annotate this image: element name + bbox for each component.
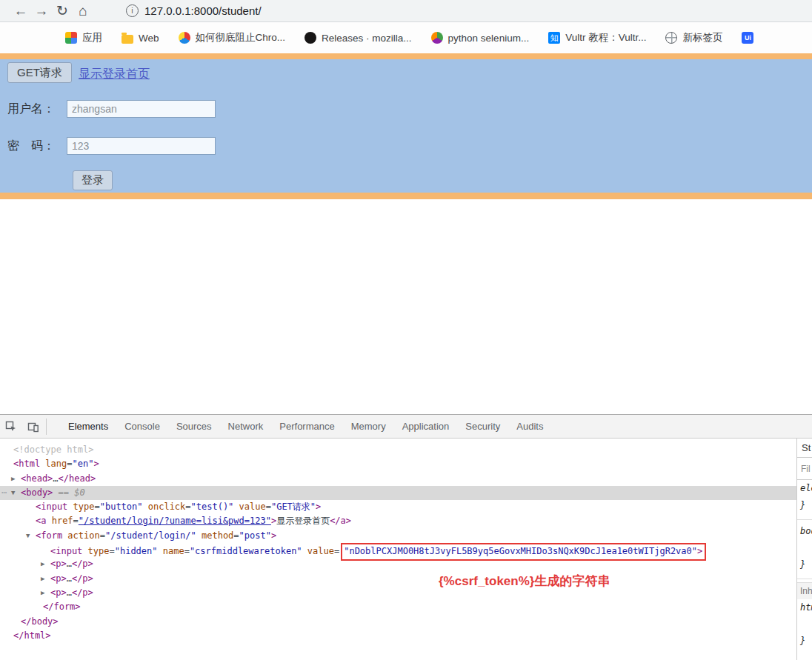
devtools-tab-network[interactable]: Network — [220, 415, 272, 438]
code-token: <p> — [50, 559, 67, 569]
dom-tree-row[interactable]: <!doctype html> — [0, 443, 796, 457]
twisty-down-icon[interactable]: ▼ — [26, 529, 30, 543]
twisty-right-icon[interactable]: ▶ — [41, 557, 44, 571]
code-token: > — [271, 530, 276, 541]
twisty-right-icon[interactable]: ▶ — [41, 572, 44, 586]
code-token: <p> — [50, 573, 67, 584]
get-request-button[interactable]: GET请求 — [7, 62, 72, 83]
reload-icon[interactable]: ↻ — [52, 2, 73, 19]
twisty-down-icon[interactable]: ▼ — [11, 486, 15, 500]
code-token: action — [62, 530, 100, 541]
dom-tree: <!doctype html><html lang="en">▶<head>…<… — [0, 439, 796, 660]
dom-tree-row[interactable]: <input type="hidden" name="csrfmiddlewar… — [0, 543, 796, 557]
styles-sidebar-row: } — [797, 633, 812, 650]
code-token: onclick — [143, 501, 186, 512]
toolbar-separator — [46, 419, 47, 435]
devtools-tab-memory[interactable]: Memory — [343, 415, 394, 438]
devtools-tab-console[interactable]: Console — [116, 415, 168, 438]
bookmark-item[interactable]: 知Vultr 教程：Vultr... — [548, 31, 646, 44]
password-input[interactable] — [67, 137, 216, 155]
ui-icon: Ui — [742, 32, 753, 44]
code-token: "en" — [72, 459, 93, 469]
dom-tree-row[interactable]: </body> — [0, 615, 796, 629]
code-token: name — [158, 546, 184, 556]
colorful2-icon — [431, 32, 443, 44]
devtools-tab-application[interactable]: Application — [394, 415, 458, 438]
page-bottom-border — [0, 193, 812, 199]
dom-tree-row[interactable]: …▼<body> == $0 — [0, 486, 796, 500]
home-icon[interactable]: ⌂ — [73, 3, 93, 19]
folder-icon — [122, 35, 133, 44]
devtools-tab-security[interactable]: Security — [457, 415, 508, 438]
code-token: … — [53, 473, 58, 484]
login-button[interactable]: 登录 — [73, 170, 113, 190]
code-token: </form> — [43, 601, 81, 612]
devtools-tab-elements[interactable]: Elements — [60, 415, 116, 438]
dom-tree-row[interactable]: ▶<head>…</head> — [0, 472, 796, 486]
browser-toolbar: ← → ↻ ⌂ i 127.0.0.1:8000/student/ — [0, 0, 812, 22]
code-token: "test()" — [191, 501, 234, 512]
twisty-right-icon[interactable]: ▶ — [11, 472, 15, 486]
username-label: 用户名： — [7, 101, 55, 117]
site-info-icon[interactable]: i — [126, 4, 139, 17]
bookmark-label: Web — [139, 33, 159, 44]
forward-icon[interactable]: → — [31, 3, 52, 19]
code-token: <body> — [21, 487, 53, 498]
code-token: <p> — [50, 587, 67, 598]
bookmark-label: Releases · mozilla... — [322, 33, 412, 44]
bookmark-label: 应用 — [82, 31, 102, 44]
dom-tree-row[interactable]: ▼<form action="/student/login/" method="… — [0, 529, 796, 543]
dom-tree-row[interactable]: ▶<p>…</p> — [0, 586, 796, 600]
username-input[interactable] — [67, 100, 216, 118]
address-bar[interactable]: 127.0.0.1:8000/student/ — [144, 4, 262, 17]
bookmark-label: 如何彻底阻止Chro... — [196, 31, 286, 44]
dom-tree-row[interactable]: <input type="button" onclick="test()" va… — [0, 500, 796, 514]
styles-sidebar-row: bod — [797, 523, 812, 540]
code-token: type — [82, 546, 109, 556]
code-token: = — [184, 546, 190, 556]
bookmark-item[interactable]: Ui — [742, 32, 759, 44]
bookmark-label: Vultr 教程：Vultr... — [565, 31, 646, 44]
bookmark-item[interactable]: 应用 — [65, 31, 102, 44]
twisty-right-icon[interactable]: ▶ — [41, 586, 44, 600]
devtools-tab-audits[interactable]: Audits — [508, 415, 551, 438]
code-token: = — [334, 546, 339, 556]
code-token: <html — [13, 459, 40, 469]
dom-tree-row[interactable]: </form> — [0, 600, 796, 614]
code-token: lang — [40, 459, 67, 469]
elements-panel: <!doctype html><html lang="en">▶<head>…<… — [0, 439, 812, 660]
bookmark-item[interactable]: Web — [122, 33, 159, 44]
dom-tree-row[interactable]: ▶<p>…</p> — [0, 572, 796, 586]
dom-tree-row[interactable]: <html lang="en"> — [0, 457, 796, 471]
code-token: <head> — [21, 473, 53, 484]
device-toolbar-icon[interactable] — [22, 417, 44, 436]
overflow-dots-icon[interactable]: … — [1, 484, 7, 498]
inspect-cursor-glyph — [5, 421, 17, 433]
code-token: <!doctype html> — [13, 444, 93, 455]
bookmark-item[interactable]: 如何彻底阻止Chro... — [179, 31, 286, 44]
bookmark-item[interactable]: 新标签页 — [665, 31, 722, 44]
bookmarks-bar: 应用Web如何彻底阻止Chro...Releases · mozilla...p… — [0, 22, 812, 53]
back-icon[interactable]: ← — [10, 3, 31, 19]
github-icon — [304, 32, 316, 44]
code-token: "post" — [239, 530, 271, 541]
code-token: "csrfmiddlewaretoken" — [190, 546, 302, 556]
zhihu-icon: 知 — [548, 32, 560, 44]
dom-tree-row[interactable]: ▶<p>…</p> — [0, 557, 796, 571]
code-token: <form — [36, 530, 62, 541]
styles-sidebar-row — [797, 514, 812, 520]
bookmark-item[interactable]: python selenium... — [431, 32, 530, 44]
code-token: value — [233, 501, 265, 512]
styles-sidebar-row: Inh — [797, 582, 812, 599]
inspect-element-icon[interactable] — [0, 417, 22, 436]
bookmark-item[interactable]: Releases · mozilla... — [304, 32, 412, 44]
devtools-tab-sources[interactable]: Sources — [168, 415, 220, 438]
devtools-tab-performance[interactable]: Performance — [271, 415, 342, 438]
code-token: "button" — [100, 501, 143, 512]
code-token: </p> — [72, 559, 93, 569]
show-login-page-link[interactable]: 显示登录首页 — [79, 67, 150, 82]
code-token: "hidden" — [115, 546, 158, 556]
dom-tree-row[interactable]: <a href="/student/login/?uname=lisi&pwd=… — [0, 514, 796, 528]
bookmark-label: python selenium... — [448, 33, 530, 44]
dom-tree-row[interactable]: </html> — [0, 629, 796, 643]
